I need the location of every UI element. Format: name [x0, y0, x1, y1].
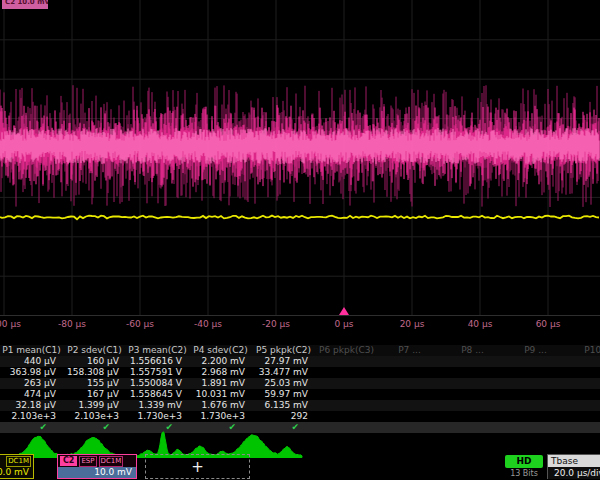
param-value [315, 356, 378, 367]
waveform-display[interactable] [0, 0, 600, 317]
time-axis-label: 20 µs [400, 319, 425, 329]
time-axis-label: -20 µs [262, 319, 290, 329]
param-value: 1.557591 V [126, 367, 189, 378]
param-header[interactable]: P4 sdev(C2) [189, 345, 252, 356]
param-value: 167 µV [63, 389, 126, 400]
time-axis-label: 0 µs [334, 319, 353, 329]
param-value [567, 400, 600, 411]
param-value [315, 411, 378, 422]
param-value [378, 400, 441, 411]
c1-trace [0, 216, 599, 220]
param-value [441, 356, 504, 367]
param-value: 10.031 mV [189, 389, 252, 400]
param-value [567, 367, 600, 378]
param-value [441, 411, 504, 422]
c1-coupling-badge: DC1M [6, 456, 31, 467]
param-header[interactable]: P8 ... [441, 345, 504, 356]
param-header[interactable]: P7 ... [378, 345, 441, 356]
param-value: 1.676 mV [189, 400, 252, 411]
c2-vertical-scale: 10.0 mV [58, 467, 136, 478]
param-value [441, 378, 504, 389]
param-value [441, 367, 504, 378]
timebase-title: Tbase [548, 455, 600, 467]
time-axis-label: -80 µs [58, 319, 86, 329]
c2-trace-label: C2 10.0 mV [2, 0, 48, 9]
param-value: 292 [252, 411, 315, 422]
param-value: 158.308 µV [63, 367, 126, 378]
param-value: 1.399 µV [63, 400, 126, 411]
param-value [504, 378, 567, 389]
param-value: 160 µV [63, 356, 126, 367]
param-value: 32.18 µV [0, 400, 63, 411]
param-value: 2.968 mV [189, 367, 252, 378]
param-value: 2.103e+3 [63, 411, 126, 422]
time-axis-label: -60 µs [126, 319, 154, 329]
param-value [504, 389, 567, 400]
param-status-check [378, 422, 441, 433]
trigger-position-marker[interactable] [339, 307, 349, 315]
param-value: 6.135 mV [252, 400, 315, 411]
param-value [504, 367, 567, 378]
measure-table: P1 mean(C1)P2 sdev(C1)P3 mean(C2)P4 sdev… [0, 345, 600, 433]
param-value [315, 389, 378, 400]
param-value [441, 400, 504, 411]
param-value: 2.103e+3 [0, 411, 63, 422]
param-value [567, 389, 600, 400]
param-value: 1.339 mV [126, 400, 189, 411]
param-status-check [441, 422, 504, 433]
param-header[interactable]: P6 pkpk(C3) [315, 345, 378, 356]
param-value [504, 411, 567, 422]
param-header[interactable]: P10 ... [567, 345, 600, 356]
channel1-descriptor[interactable]: C1 DC1M 10.0 mV [0, 454, 34, 479]
time-axis-label: -40 µs [194, 319, 222, 329]
param-value [567, 411, 600, 422]
c1-vertical-scale: 10.0 mV [0, 467, 33, 478]
param-value: 1.558645 V [126, 389, 189, 400]
param-header[interactable]: P9 ... [504, 345, 567, 356]
param-value: 25.03 mV [252, 378, 315, 389]
hd-resolution-label: 13 Bits [505, 469, 543, 479]
param-value: 27.97 mV [252, 356, 315, 367]
c2-mode-badge: ESP [79, 456, 96, 467]
timebase-scale: 20.0 µs/div [548, 467, 600, 479]
param-header[interactable]: P2 sdev(C1) [63, 345, 126, 356]
time-axis-label: -100 µs [0, 319, 21, 329]
param-value [378, 389, 441, 400]
param-value: 2.200 mV [189, 356, 252, 367]
param-header[interactable]: P5 pkpk(C2) [252, 345, 315, 356]
param-value [378, 378, 441, 389]
param-value [315, 400, 378, 411]
param-status-check [315, 422, 378, 433]
param-value [567, 356, 600, 367]
param-value: 1.730e+3 [126, 411, 189, 422]
param-value [567, 378, 600, 389]
timebase-descriptor[interactable]: Tbase 20.0 µs/div [547, 454, 600, 479]
param-value: 263 µV [0, 378, 63, 389]
param-value: 33.477 mV [252, 367, 315, 378]
param-value: 59.97 mV [252, 389, 315, 400]
param-status-check [567, 422, 600, 433]
param-value: 363.98 µV [0, 367, 63, 378]
param-value [441, 389, 504, 400]
c2-coupling-badge: DC1M [99, 456, 124, 467]
time-axis-label: 40 µs [468, 319, 493, 329]
param-header[interactable]: P1 mean(C1) [0, 345, 63, 356]
channel2-descriptor[interactable]: C2 ESP DC1M 10.0 mV [57, 454, 137, 479]
param-value [378, 356, 441, 367]
param-value [504, 356, 567, 367]
param-header[interactable]: P3 mean(C2) [126, 345, 189, 356]
param-value: 1.556616 V [126, 356, 189, 367]
param-value: 1.730e+3 [189, 411, 252, 422]
param-value [504, 400, 567, 411]
add-new-trace-button[interactable]: + [145, 454, 250, 479]
time-axis-label: 60 µs [536, 319, 561, 329]
hd-mode-badge[interactable]: HD [505, 455, 543, 468]
param-value: 1.891 mV [189, 378, 252, 389]
param-value [378, 367, 441, 378]
param-value: 474 µV [0, 389, 63, 400]
param-value [315, 378, 378, 389]
plus-icon: + [191, 458, 204, 476]
oscilloscope-screen: C2 10.0 mV -100 µs-80 µs-60 µs-40 µs-20 … [0, 0, 600, 480]
param-value: 1.550084 V [126, 378, 189, 389]
c2-tag: C2 [60, 456, 77, 466]
